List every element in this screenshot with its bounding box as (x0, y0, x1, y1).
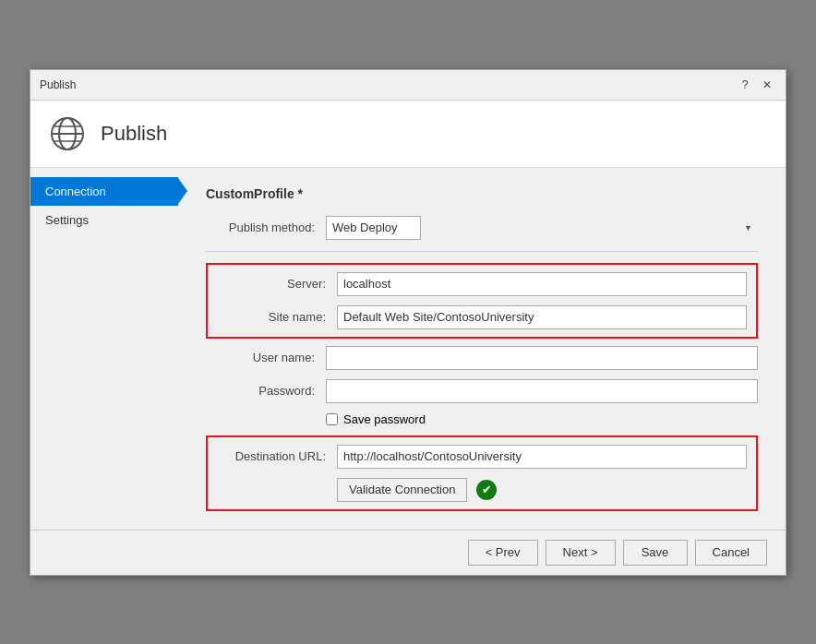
username-row: User name: (206, 346, 758, 370)
cancel-button[interactable]: Cancel (695, 540, 767, 566)
destination-url-row: Destination URL: (217, 445, 747, 469)
help-button[interactable]: ? (736, 76, 754, 94)
sidebar-item-connection[interactable]: Connection (30, 177, 178, 206)
save-password-row: Save password (206, 412, 758, 426)
password-input[interactable] (326, 379, 758, 403)
main-content: CustomProfile * Publish method: Web Depl… (178, 168, 786, 530)
publish-method-select[interactable]: Web Deploy (326, 216, 421, 240)
publish-method-label: Publish method: (206, 221, 326, 234)
sidebar: Connection Settings (30, 168, 178, 530)
save-password-checkbox[interactable] (326, 413, 338, 425)
dialog-footer: < Prev Next > Save Cancel (30, 530, 786, 575)
server-row: Server: (217, 272, 747, 296)
site-name-label: Site name: (217, 310, 337, 324)
site-name-row: Site name: (217, 305, 747, 329)
save-password-label[interactable]: Save password (343, 412, 426, 426)
dialog-header: Publish (30, 101, 786, 168)
username-input[interactable] (326, 346, 758, 370)
server-label: Server: (217, 277, 337, 291)
close-button[interactable]: ✕ (758, 76, 776, 94)
publish-method-select-wrapper: Web Deploy (326, 216, 758, 240)
password-row: Password: (206, 379, 758, 403)
title-bar: Publish ? ✕ (30, 70, 786, 101)
globe-icon (49, 115, 86, 152)
title-bar-controls: ? ✕ (736, 76, 776, 94)
password-label: Password: (206, 384, 326, 398)
next-button[interactable]: Next > (546, 540, 616, 566)
publish-dialog: Publish ? ✕ Publish Connection Setting (30, 69, 786, 576)
server-sitename-box: Server: Site name: (206, 263, 758, 339)
validate-success-icon: ✔ (476, 480, 497, 500)
site-name-input[interactable] (337, 305, 747, 329)
username-label: User name: (206, 351, 326, 364)
destination-validate-box: Destination URL: Validate Connection ✔ (206, 435, 758, 511)
publish-method-row: Publish method: Web Deploy (206, 216, 758, 240)
sidebar-item-settings[interactable]: Settings (30, 206, 178, 234)
validate-row: Validate Connection ✔ (217, 478, 747, 502)
save-button[interactable]: Save (623, 540, 688, 566)
dialog-body: Connection Settings CustomProfile * Publ… (30, 168, 786, 530)
validate-connection-button[interactable]: Validate Connection (337, 478, 467, 502)
destination-url-input[interactable] (337, 445, 747, 469)
server-input[interactable] (337, 272, 747, 296)
section-title: CustomProfile * (206, 186, 758, 201)
destination-url-label: Destination URL: (217, 449, 337, 463)
dialog-title: Publish (101, 122, 167, 146)
separator-1 (206, 251, 758, 252)
title-bar-text: Publish (40, 78, 76, 91)
prev-button[interactable]: < Prev (468, 540, 538, 566)
